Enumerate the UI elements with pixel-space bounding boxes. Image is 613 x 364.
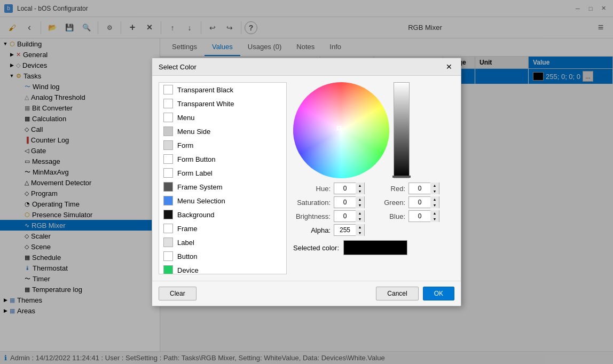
blue-label: Blue:	[368, 212, 405, 220]
green-spinbox-btns: ▲ ▼	[430, 196, 439, 208]
color-item-frame[interactable]: Frame	[159, 221, 286, 235]
select-color-dialog: Select Color ✕ Transparent Black Transpa…	[152, 58, 461, 306]
color-wheel-cursor[interactable]	[337, 126, 341, 130]
swatch-button	[163, 251, 173, 261]
color-label-frame: Frame	[177, 225, 198, 233]
red-label: Red:	[368, 185, 405, 193]
color-label-menu: Menu	[177, 114, 195, 122]
green-down-btn[interactable]: ▼	[430, 202, 439, 208]
alpha-row: Alpha: ▲ ▼	[293, 224, 454, 236]
green-up-btn[interactable]: ▲	[430, 196, 439, 202]
color-wheel[interactable]	[293, 82, 389, 178]
swatch-menu	[163, 113, 173, 122]
selected-color-label: Selected color:	[293, 244, 339, 252]
swatch-form-button	[163, 154, 173, 164]
footer-right-buttons: Cancel OK	[376, 287, 454, 300]
swatch-transparent-white	[163, 99, 173, 108]
blue-up-btn[interactable]: ▲	[430, 210, 439, 216]
brightness-handle[interactable]	[392, 176, 411, 178]
cancel-button[interactable]: Cancel	[376, 287, 418, 300]
hue-row: Hue: ▲ ▼ Red: ▲	[293, 183, 454, 194]
color-label-transparent-black: Transparent Black	[177, 86, 233, 94]
color-label-frame-system: Frame System	[177, 183, 223, 191]
green-label: Green:	[368, 199, 405, 207]
color-label-form-label: Form Label	[177, 169, 213, 177]
swatch-device	[163, 265, 173, 274]
modal-footer: Clear Cancel OK	[152, 281, 461, 306]
color-label-transparent-white: Transparent White	[177, 100, 234, 108]
color-item-menu-side[interactable]: Menu Side	[159, 124, 286, 138]
hue-spinbox[interactable]: ▲ ▼	[334, 183, 365, 194]
blue-down-btn[interactable]: ▼	[430, 216, 439, 222]
color-item-menu[interactable]: Menu	[159, 110, 286, 124]
color-wheel-container[interactable]	[293, 82, 389, 178]
color-label-background: Background	[177, 211, 214, 219]
color-picker: Hue: ▲ ▼ Red: ▲	[293, 82, 454, 274]
blue-spinbox-btns: ▲ ▼	[430, 210, 439, 222]
red-input[interactable]	[409, 183, 430, 194]
color-item-transparent-black[interactable]: Transparent Black	[159, 83, 286, 97]
green-input[interactable]	[409, 197, 430, 208]
swatch-menu-side	[163, 126, 173, 136]
red-spinbox-btns: ▲ ▼	[430, 183, 439, 194]
selected-color-preview	[343, 240, 407, 255]
brightness-row: Brightness: ▲ ▼ Blue: ▲	[293, 210, 454, 222]
color-item-form-button[interactable]: Form Button	[159, 152, 286, 166]
hue-spinbox-btns: ▲ ▼	[356, 183, 364, 194]
swatch-frame-system	[163, 182, 173, 192]
saturation-up-btn[interactable]: ▲	[356, 196, 364, 202]
red-down-btn[interactable]: ▼	[430, 188, 439, 194]
color-label-form-button: Form Button	[177, 155, 216, 163]
modal-title-bar: Select Color ✕	[152, 58, 461, 76]
red-up-btn[interactable]: ▲	[430, 183, 439, 188]
ok-button[interactable]: OK	[423, 287, 454, 300]
saturation-spinbox-btns: ▲ ▼	[356, 196, 364, 208]
modal-close-button[interactable]: ✕	[444, 61, 454, 72]
swatch-menu-selection	[163, 196, 173, 205]
modal-body: Transparent Black Transparent White Menu…	[152, 76, 461, 281]
swatch-label	[163, 238, 173, 247]
brightness-slider[interactable]	[394, 82, 410, 178]
color-item-menu-selection[interactable]: Menu Selection	[159, 194, 286, 208]
green-spinbox[interactable]: ▲ ▼	[408, 196, 439, 208]
alpha-down-btn[interactable]: ▼	[356, 230, 364, 236]
color-item-button[interactable]: Button	[159, 249, 286, 263]
color-item-device[interactable]: Device	[159, 263, 286, 274]
alpha-input[interactable]	[334, 225, 356, 235]
saturation-input[interactable]	[334, 197, 356, 208]
hue-input[interactable]	[334, 183, 356, 194]
brightness-down-btn[interactable]: ▼	[356, 216, 364, 222]
color-label-device: Device	[177, 266, 199, 274]
color-item-form[interactable]: Form	[159, 138, 286, 152]
swatch-background	[163, 210, 173, 219]
blue-spinbox[interactable]: ▲ ▼	[408, 210, 439, 222]
hue-label: Hue:	[293, 185, 331, 193]
blue-input[interactable]	[409, 211, 430, 221]
modal-title: Select Color	[159, 63, 197, 71]
color-label-menu-side: Menu Side	[177, 128, 210, 136]
color-item-form-label[interactable]: Form Label	[159, 166, 286, 180]
color-item-background[interactable]: Background	[159, 208, 286, 221]
color-preset-list[interactable]: Transparent Black Transparent White Menu…	[159, 82, 287, 274]
swatch-transparent-black	[163, 85, 173, 94]
alpha-spinbox-btns: ▲ ▼	[356, 224, 364, 236]
clear-button[interactable]: Clear	[159, 287, 197, 300]
saturation-down-btn[interactable]: ▼	[356, 202, 364, 208]
alpha-spinbox[interactable]: ▲ ▼	[334, 224, 365, 236]
hue-down-btn[interactable]: ▼	[356, 188, 364, 194]
color-item-frame-system[interactable]: Frame System	[159, 180, 286, 194]
brightness-spinbox-btns: ▲ ▼	[356, 210, 364, 222]
brightness-input[interactable]	[334, 211, 356, 221]
color-label-menu-selection: Menu Selection	[177, 197, 225, 205]
color-item-transparent-white[interactable]: Transparent White	[159, 97, 286, 110]
red-spinbox[interactable]: ▲ ▼	[408, 183, 439, 194]
color-item-label[interactable]: Label	[159, 235, 286, 249]
alpha-up-btn[interactable]: ▲	[356, 224, 364, 230]
brightness-up-btn[interactable]: ▲	[356, 210, 364, 216]
hue-up-btn[interactable]: ▲	[356, 183, 364, 188]
selected-color-row: Selected color:	[293, 240, 454, 255]
brightness-spinbox[interactable]: ▲ ▼	[334, 210, 365, 222]
color-label-form: Form	[177, 141, 193, 149]
color-label-button: Button	[177, 252, 198, 260]
saturation-spinbox[interactable]: ▲ ▼	[334, 196, 365, 208]
